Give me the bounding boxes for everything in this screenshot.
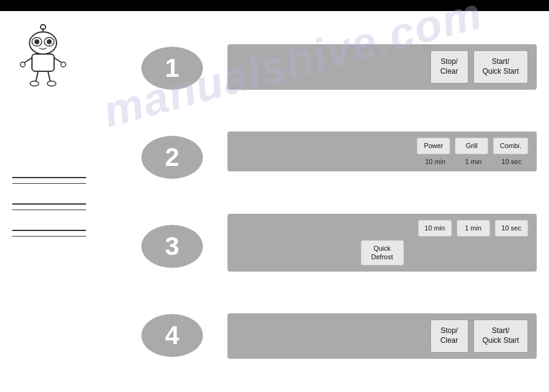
grill-button[interactable]: Grill	[455, 138, 488, 154]
stop-clear-button-1[interactable]: Stop/Clear	[430, 50, 468, 83]
10min-button[interactable]: 10 min	[418, 220, 452, 237]
steps-column: 1 2 3 4	[117, 17, 227, 386]
grill-time-label: 1 min	[457, 158, 490, 165]
svg-line-13	[48, 71, 50, 82]
decorative-line	[12, 210, 86, 211]
quick-defrost-button[interactable]: QuickDefrost	[361, 240, 404, 265]
panels-column: Stop/Clear Start/Quick Start Power Grill…	[227, 17, 537, 386]
svg-point-14	[30, 81, 39, 86]
stop-clear-button-4[interactable]: Stop/Clear	[430, 319, 468, 352]
left-column	[12, 17, 117, 386]
panel-3: 10 min 1 min 10 sec QuickDefrost	[227, 214, 537, 272]
power-button[interactable]: Power	[417, 138, 450, 154]
combi-button[interactable]: Combi.	[493, 138, 528, 154]
start-quick-start-button-1[interactable]: Start/Quick Start	[473, 50, 528, 83]
svg-point-10	[20, 62, 25, 67]
top-bar	[0, 0, 549, 11]
svg-point-11	[61, 62, 66, 67]
svg-point-6	[47, 39, 52, 44]
1min-button[interactable]: 1 min	[457, 220, 490, 237]
svg-point-5	[34, 39, 39, 44]
decorative-line	[12, 236, 86, 237]
panel-1: Stop/Clear Start/Quick Start	[227, 44, 537, 89]
decorative-line	[12, 183, 86, 184]
mascot-illustration	[12, 23, 74, 91]
decorative-line	[12, 230, 86, 231]
step-3-oval: 3	[141, 225, 203, 268]
svg-line-12	[36, 71, 38, 82]
start-quick-start-button-4[interactable]: Start/Quick Start	[473, 319, 528, 352]
svg-rect-7	[32, 54, 54, 71]
10sec-button[interactable]: 10 sec	[495, 220, 528, 237]
panel-4: Stop/Clear Start/Quick Start	[227, 313, 537, 358]
svg-point-15	[47, 81, 56, 86]
combi-time-label: 10 sec	[495, 158, 528, 165]
panel-2: Power Grill Combi. 10 min 1 min 10 sec	[227, 131, 537, 171]
decorative-line	[12, 203, 86, 205]
step-1-oval: 1	[141, 47, 203, 90]
step-2-oval: 2	[141, 136, 203, 179]
step-4-oval: 4	[141, 314, 203, 357]
power-time-label: 10 min	[419, 158, 452, 165]
decorative-line	[12, 177, 86, 178]
